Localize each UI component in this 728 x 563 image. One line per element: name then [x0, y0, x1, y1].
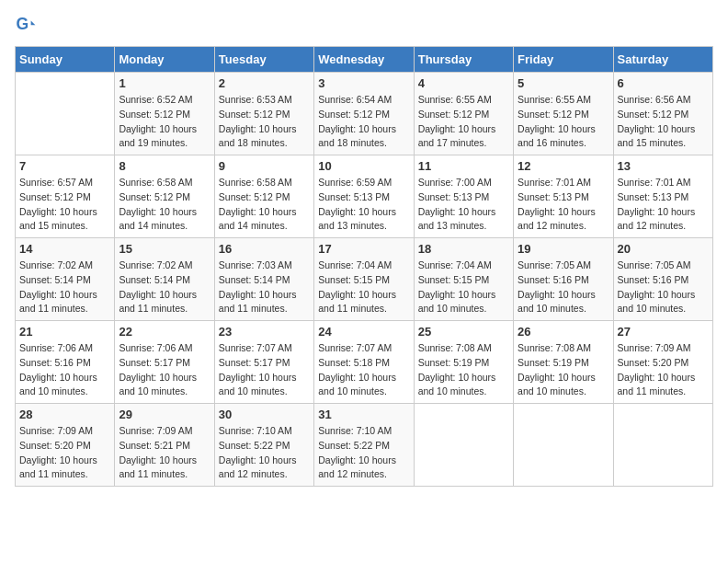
- day-cell: 7Sunrise: 6:57 AM Sunset: 5:12 PM Daylig…: [16, 155, 115, 238]
- day-info: Sunrise: 7:01 AM Sunset: 5:13 PM Dayligh…: [518, 176, 609, 234]
- day-number: 15: [119, 242, 210, 256]
- day-info: Sunrise: 6:55 AM Sunset: 5:12 PM Dayligh…: [518, 93, 609, 151]
- day-number: 27: [618, 325, 709, 339]
- day-info: Sunrise: 6:58 AM Sunset: 5:12 PM Dayligh…: [119, 176, 210, 234]
- day-number: 13: [618, 159, 709, 173]
- day-info: Sunrise: 7:06 AM Sunset: 5:16 PM Dayligh…: [19, 341, 110, 399]
- day-number: 11: [418, 159, 509, 173]
- day-info: Sunrise: 7:10 AM Sunset: 5:22 PM Dayligh…: [219, 424, 310, 482]
- day-cell: 13Sunrise: 7:01 AM Sunset: 5:13 PM Dayli…: [613, 155, 712, 238]
- day-cell: 27Sunrise: 7:09 AM Sunset: 5:20 PM Dayli…: [613, 321, 712, 404]
- day-cell: 12Sunrise: 7:01 AM Sunset: 5:13 PM Dayli…: [514, 155, 613, 238]
- day-info: Sunrise: 7:06 AM Sunset: 5:17 PM Dayligh…: [119, 341, 210, 399]
- day-number: 10: [318, 159, 409, 173]
- day-number: 4: [418, 76, 509, 90]
- day-cell: 19Sunrise: 7:05 AM Sunset: 5:16 PM Dayli…: [514, 238, 613, 321]
- day-number: 2: [219, 76, 310, 90]
- header-wednesday: Wednesday: [314, 47, 414, 73]
- calendar-table: SundayMondayTuesdayWednesdayThursdayFrid…: [15, 46, 713, 487]
- day-info: Sunrise: 7:09 AM Sunset: 5:20 PM Dayligh…: [618, 341, 709, 399]
- day-info: Sunrise: 6:58 AM Sunset: 5:12 PM Dayligh…: [219, 176, 310, 234]
- day-cell: 31Sunrise: 7:10 AM Sunset: 5:22 PM Dayli…: [314, 404, 414, 487]
- day-cell: 10Sunrise: 6:59 AM Sunset: 5:13 PM Dayli…: [314, 155, 414, 238]
- day-cell: 11Sunrise: 7:00 AM Sunset: 5:13 PM Dayli…: [414, 155, 513, 238]
- day-info: Sunrise: 7:09 AM Sunset: 5:21 PM Dayligh…: [119, 424, 210, 482]
- day-cell: 9Sunrise: 6:58 AM Sunset: 5:12 PM Daylig…: [214, 155, 313, 238]
- day-cell: 25Sunrise: 7:08 AM Sunset: 5:19 PM Dayli…: [414, 321, 513, 404]
- day-number: 21: [19, 325, 110, 339]
- day-number: 20: [618, 242, 709, 256]
- day-info: Sunrise: 7:09 AM Sunset: 5:20 PM Dayligh…: [19, 424, 110, 482]
- day-info: Sunrise: 7:07 AM Sunset: 5:18 PM Dayligh…: [318, 341, 409, 399]
- day-cell: 18Sunrise: 7:04 AM Sunset: 5:15 PM Dayli…: [414, 238, 513, 321]
- day-number: 5: [518, 76, 609, 90]
- header-thursday: Thursday: [414, 47, 513, 73]
- day-cell: 4Sunrise: 6:55 AM Sunset: 5:12 PM Daylig…: [414, 73, 513, 155]
- day-info: Sunrise: 6:53 AM Sunset: 5:12 PM Dayligh…: [219, 93, 310, 151]
- day-cell: 3Sunrise: 6:54 AM Sunset: 5:12 PM Daylig…: [314, 73, 414, 155]
- svg-marker-1: [31, 20, 36, 25]
- day-number: 25: [418, 325, 509, 339]
- day-number: 19: [518, 242, 609, 256]
- week-row-1: 1Sunrise: 6:52 AM Sunset: 5:12 PM Daylig…: [16, 73, 713, 155]
- header-saturday: Saturday: [613, 47, 712, 73]
- day-cell: 20Sunrise: 7:05 AM Sunset: 5:16 PM Dayli…: [613, 238, 712, 321]
- day-number: 26: [518, 325, 609, 339]
- day-cell: 21Sunrise: 7:06 AM Sunset: 5:16 PM Dayli…: [16, 321, 115, 404]
- day-info: Sunrise: 7:02 AM Sunset: 5:14 PM Dayligh…: [19, 259, 110, 316]
- day-cell: 29Sunrise: 7:09 AM Sunset: 5:21 PM Dayli…: [115, 404, 214, 487]
- day-number: 31: [318, 408, 409, 421]
- day-cell: 8Sunrise: 6:58 AM Sunset: 5:12 PM Daylig…: [115, 155, 214, 238]
- day-info: Sunrise: 6:56 AM Sunset: 5:12 PM Dayligh…: [618, 93, 709, 151]
- day-info: Sunrise: 7:03 AM Sunset: 5:14 PM Dayligh…: [219, 259, 310, 316]
- day-info: Sunrise: 7:08 AM Sunset: 5:19 PM Dayligh…: [418, 341, 509, 399]
- day-cell: 26Sunrise: 7:08 AM Sunset: 5:19 PM Dayli…: [514, 321, 613, 404]
- day-number: 8: [119, 159, 210, 173]
- day-cell: 23Sunrise: 7:07 AM Sunset: 5:17 PM Dayli…: [214, 321, 313, 404]
- day-info: Sunrise: 6:52 AM Sunset: 5:12 PM Dayligh…: [119, 93, 210, 151]
- day-info: Sunrise: 7:04 AM Sunset: 5:15 PM Dayligh…: [418, 259, 509, 316]
- day-info: Sunrise: 7:00 AM Sunset: 5:13 PM Dayligh…: [418, 176, 509, 234]
- logo: G: [15, 15, 40, 37]
- day-info: Sunrise: 7:01 AM Sunset: 5:13 PM Dayligh…: [618, 176, 709, 234]
- day-cell: 5Sunrise: 6:55 AM Sunset: 5:12 PM Daylig…: [514, 73, 613, 155]
- day-cell: 2Sunrise: 6:53 AM Sunset: 5:12 PM Daylig…: [214, 73, 313, 155]
- header-monday: Monday: [115, 47, 214, 73]
- day-info: Sunrise: 7:04 AM Sunset: 5:15 PM Dayligh…: [318, 259, 409, 316]
- day-info: Sunrise: 6:59 AM Sunset: 5:13 PM Dayligh…: [318, 176, 409, 234]
- logo-icon: G: [15, 15, 37, 37]
- day-info: Sunrise: 7:07 AM Sunset: 5:17 PM Dayligh…: [219, 341, 310, 399]
- day-number: 22: [119, 325, 210, 339]
- day-info: Sunrise: 7:05 AM Sunset: 5:16 PM Dayligh…: [518, 259, 609, 316]
- day-number: 9: [219, 159, 310, 173]
- svg-text:G: G: [17, 15, 29, 33]
- week-row-4: 21Sunrise: 7:06 AM Sunset: 5:16 PM Dayli…: [16, 321, 713, 404]
- page-header: G: [15, 15, 713, 37]
- day-info: Sunrise: 6:54 AM Sunset: 5:12 PM Dayligh…: [318, 93, 409, 151]
- day-number: 30: [219, 408, 310, 421]
- day-cell: 15Sunrise: 7:02 AM Sunset: 5:14 PM Dayli…: [115, 238, 214, 321]
- day-info: Sunrise: 7:10 AM Sunset: 5:22 PM Dayligh…: [318, 424, 409, 482]
- day-number: 12: [518, 159, 609, 173]
- day-number: 3: [318, 76, 409, 90]
- day-info: Sunrise: 6:57 AM Sunset: 5:12 PM Dayligh…: [19, 176, 110, 234]
- day-cell: 1Sunrise: 6:52 AM Sunset: 5:12 PM Daylig…: [115, 73, 214, 155]
- day-cell: [613, 404, 712, 487]
- day-cell: 24Sunrise: 7:07 AM Sunset: 5:18 PM Dayli…: [314, 321, 414, 404]
- day-cell: 14Sunrise: 7:02 AM Sunset: 5:14 PM Dayli…: [16, 238, 115, 321]
- week-row-2: 7Sunrise: 6:57 AM Sunset: 5:12 PM Daylig…: [16, 155, 713, 238]
- day-cell: 16Sunrise: 7:03 AM Sunset: 5:14 PM Dayli…: [214, 238, 313, 321]
- week-row-3: 14Sunrise: 7:02 AM Sunset: 5:14 PM Dayli…: [16, 238, 713, 321]
- header-tuesday: Tuesday: [214, 47, 313, 73]
- day-cell: 28Sunrise: 7:09 AM Sunset: 5:20 PM Dayli…: [16, 404, 115, 487]
- day-cell: [16, 73, 115, 155]
- day-cell: 6Sunrise: 6:56 AM Sunset: 5:12 PM Daylig…: [613, 73, 712, 155]
- day-number: 17: [318, 242, 409, 256]
- header-friday: Friday: [514, 47, 613, 73]
- day-number: 29: [119, 408, 210, 421]
- day-number: 24: [318, 325, 409, 339]
- day-cell: 22Sunrise: 7:06 AM Sunset: 5:17 PM Dayli…: [115, 321, 214, 404]
- week-row-5: 28Sunrise: 7:09 AM Sunset: 5:20 PM Dayli…: [16, 404, 713, 487]
- day-number: 1: [119, 76, 210, 90]
- day-number: 18: [418, 242, 509, 256]
